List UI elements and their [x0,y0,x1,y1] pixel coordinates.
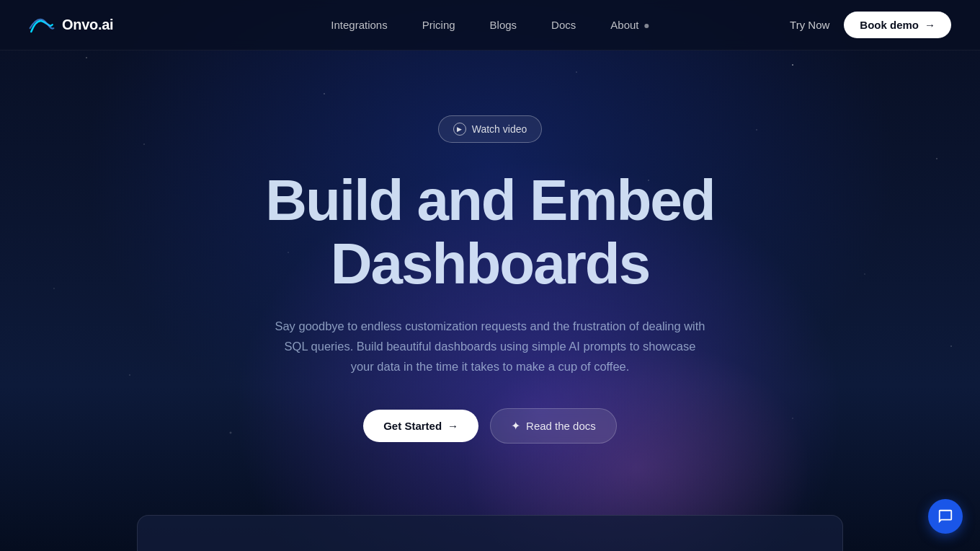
read-docs-button[interactable]: ✦ Read the docs [490,408,617,444]
chat-bubble-button[interactable] [928,499,963,534]
watch-video-button[interactable]: ▶ Watch video [438,115,543,143]
get-started-button[interactable]: Get Started → [363,410,478,442]
hero-title: Build and Embed Dashboards [265,169,714,296]
logo[interactable]: Onvo.ai [29,15,113,35]
logo-icon [29,15,55,35]
hero-section: ▶ Watch video Build and Embed Dashboards… [0,50,980,444]
navbar: Onvo.ai Integrations Pricing Blogs Docs … [0,0,980,50]
try-now-button[interactable]: Try Now [787,13,832,37]
nav-blogs[interactable]: Blogs [476,13,532,37]
nav-links: Integrations Pricing Blogs Docs About [316,13,663,37]
nav-about[interactable]: About [596,13,663,37]
nav-integrations[interactable]: Integrations [316,13,401,37]
bottom-panel-preview [137,515,843,551]
about-notification-dot [645,24,649,28]
chat-icon [937,508,953,524]
hero-subtitle: Say goodbye to endless customization req… [274,316,706,376]
play-icon: ▶ [453,123,466,136]
nav-docs[interactable]: Docs [537,13,590,37]
nav-actions: Try Now Book demo → [787,12,951,38]
hero-cta-group: Get Started → ✦ Read the docs [363,408,617,444]
book-demo-button[interactable]: Book demo → [844,12,951,38]
sparkle-icon: ✦ [511,419,520,433]
nav-pricing[interactable]: Pricing [408,13,470,37]
brand-name: Onvo.ai [62,17,113,33]
